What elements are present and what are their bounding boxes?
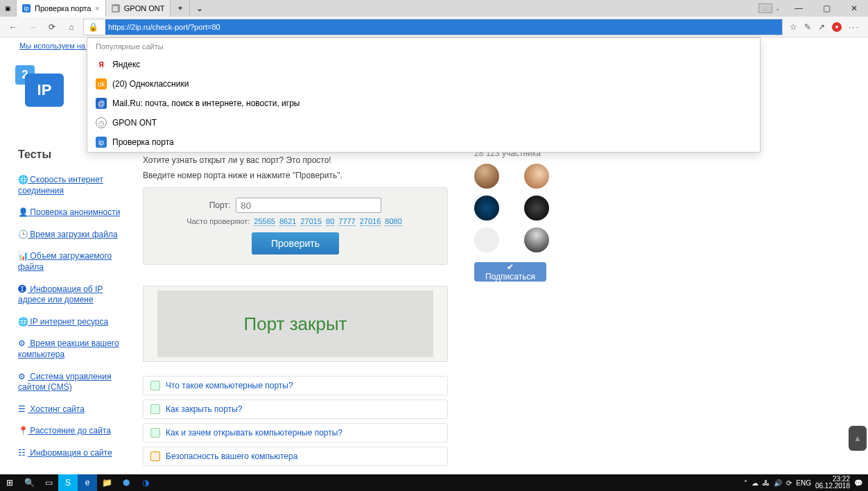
tab-close-icon[interactable]: × — [95, 4, 99, 12]
tab-label: Проверка порта — [35, 4, 91, 12]
favorite-icon[interactable]: ☆ — [790, 22, 797, 32]
window-close[interactable]: ✕ — [840, 0, 868, 17]
sidebar-item[interactable]: ⚙ Система управления сайтом (CMS) — [18, 366, 129, 399]
task-edge[interactable]: e — [78, 474, 97, 491]
suggestion-item[interactable]: ipПроверка порта — [87, 132, 760, 152]
check-button[interactable]: Проверить — [252, 232, 339, 255]
help-item[interactable]: Безопасность вашего компьютера — [143, 447, 448, 466]
suggestion-icon: ip — [96, 137, 107, 148]
common-port-link[interactable]: 80 — [326, 217, 334, 226]
suggestion-item[interactable]: ЯЯндекс — [87, 55, 760, 74]
avatar[interactable] — [524, 227, 549, 252]
browser-tab-active[interactable]: ip Проверка порта × — [17, 0, 106, 17]
avatar[interactable] — [474, 164, 499, 189]
sidebar-item[interactable]: 🌐 Скорость интернет соединения — [18, 169, 129, 202]
tab-favicon-generic: ▦ — [112, 4, 120, 12]
doc-icon — [150, 428, 160, 438]
nav-home[interactable]: ⌂ — [64, 19, 79, 35]
grid-caret[interactable]: ⌄ — [775, 5, 781, 12]
avatar[interactable] — [524, 164, 549, 189]
result-text: Порт закрыт — [157, 291, 433, 357]
task-teamviewer[interactable]: ◑ — [136, 474, 155, 491]
doc-icon — [150, 404, 160, 414]
menu-more-icon[interactable]: ··· — [849, 22, 860, 32]
sidebar-item-icon: ⚙ — [18, 372, 28, 383]
sidebar-item-icon: ⚙ — [18, 338, 28, 350]
browser-tab-inactive[interactable]: ▦ GPON ONT — [106, 0, 171, 17]
suggestion-label: Яндекс — [112, 60, 140, 69]
task-app1[interactable]: ⬢ — [116, 474, 136, 491]
common-port-link[interactable]: 8080 — [385, 217, 401, 226]
url-text[interactable]: https://2ip.ru/check-port/?port=80 — [105, 19, 782, 35]
nav-back[interactable]: ← — [6, 19, 21, 35]
address-bar[interactable]: 🔒 https://2ip.ru/check-port/?port=80 — [83, 19, 783, 35]
common-port-link[interactable]: 25565 — [254, 217, 275, 226]
help-item[interactable]: Как закрыть порты? — [143, 399, 448, 419]
sidebar-item[interactable]: ⚙ Время реакции вашего компьютера — [18, 333, 129, 365]
window-minimize[interactable]: — — [785, 0, 813, 17]
start-button[interactable]: ⊞ — [0, 474, 19, 491]
suggestion-icon: ◷ — [96, 117, 107, 128]
help-item[interactable]: Что такое компьютерные порты? — [143, 376, 448, 395]
main-column: Проверка порта на доступность Хотите узн… — [143, 135, 448, 470]
help-item[interactable]: Как и зачем открывать компьютерные порты… — [143, 423, 448, 442]
share-icon[interactable]: ↗ — [818, 22, 825, 32]
sidebar-item-icon: 🌐 — [18, 317, 28, 328]
suggestion-icon: Я — [96, 59, 107, 70]
task-search[interactable]: 🔍 — [19, 474, 39, 491]
nav-refresh[interactable]: ⟳ — [44, 19, 60, 35]
sidebar-item-icon: ☷ — [18, 448, 28, 459]
suggestion-label: GPON ONT — [112, 118, 157, 128]
vk-subscribe-button[interactable]: ✔ Подписаться — [474, 262, 546, 282]
site-logo[interactable]: 2 IP — [15, 65, 67, 108]
help-label: Как и зачем открывать компьютерные порты… — [166, 428, 342, 438]
sidebar-item-icon: 📍 — [18, 426, 28, 437]
sidebar-item[interactable]: 🌐 IP интернет ресурса — [18, 311, 129, 334]
tray-sync-icon[interactable]: ⟳ — [786, 479, 792, 487]
notes-icon[interactable]: ✎ — [804, 22, 811, 32]
tray-action-center-icon[interactable]: 💬 — [854, 479, 862, 487]
task-view[interactable]: ▭ — [39, 474, 58, 491]
tray-volume-icon[interactable]: 🔊 — [774, 479, 782, 487]
nav-forward[interactable]: → — [25, 19, 40, 35]
common-port-link[interactable]: 27015 — [300, 217, 322, 226]
sidebar-item[interactable]: 👤 Проверка анонимности — [18, 202, 129, 224]
sidebar-item[interactable]: ☷ Информация о сайте — [18, 442, 129, 465]
cookie-link[interactable]: Мы используем на на — [19, 42, 96, 50]
common-port-link[interactable]: 7777 — [338, 217, 355, 226]
adblock-icon[interactable]: ● — [832, 22, 842, 32]
result-box: Порт закрыт — [143, 286, 448, 362]
suggestion-item[interactable]: @Mail.Ru: почта, поиск в интернете, ново… — [87, 94, 760, 113]
port-input[interactable] — [236, 198, 381, 213]
sidebar-item[interactable]: ☰ Хостинг сайта — [18, 399, 129, 421]
sidebar-item[interactable]: 🕒 Время загрузки файла — [18, 224, 129, 246]
avatar[interactable] — [524, 196, 549, 221]
common-port-link[interactable]: 27016 — [360, 217, 381, 226]
page-sub1: Хотите узнать открыт ли у вас порт? Это … — [143, 155, 448, 165]
avatar[interactable] — [474, 196, 499, 221]
suggestion-item[interactable]: ◷GPON ONT — [87, 113, 760, 132]
scroll-to-top[interactable]: ▲ — [849, 426, 867, 451]
window-maximize[interactable]: ▢ — [813, 0, 840, 17]
tray-clock[interactable]: 23:22 06.12.2018 — [815, 476, 850, 490]
task-explorer[interactable]: 📁 — [97, 474, 116, 491]
task-skype[interactable]: S — [58, 474, 78, 491]
new-tab-button[interactable]: + — [171, 0, 190, 17]
suggestion-item[interactable]: ok(20) Одноклассники — [87, 74, 760, 94]
sidebar-item[interactable]: 📍 Расстояние до сайта — [18, 420, 129, 442]
sidebar-item[interactable]: 🅘 Информация об IP адресе или домене — [18, 279, 129, 311]
tray-cloud-icon[interactable]: ☁ — [752, 479, 758, 487]
common-port-link[interactable]: 8621 — [279, 217, 296, 226]
tray-up-icon[interactable]: ˄ — [744, 479, 747, 487]
taskbar: ⊞ 🔍 ▭ S e 📁 ⬢ ◑ ˄ ☁ 🖧 🔊 ⟳ ENG 23:22 06.1… — [0, 474, 868, 491]
sidebar-item[interactable]: 📊 Объем загружаемого файла — [18, 246, 129, 278]
tabs-caret[interactable]: ⌄ — [190, 0, 209, 17]
tray-lang[interactable]: ENG — [796, 479, 811, 487]
grid-icon[interactable]: ::: — [758, 3, 772, 13]
system-tray[interactable]: ˄ ☁ 🖧 🔊 ⟳ ENG 23:22 06.12.2018 💬 — [744, 476, 868, 490]
tray-network-icon[interactable]: 🖧 — [763, 479, 770, 487]
system-icon: ▣ — [5, 5, 11, 12]
common-label: Часто проверяют: — [186, 217, 250, 225]
window-system-tab[interactable]: ▣ — [0, 0, 17, 17]
avatar[interactable] — [474, 227, 499, 252]
